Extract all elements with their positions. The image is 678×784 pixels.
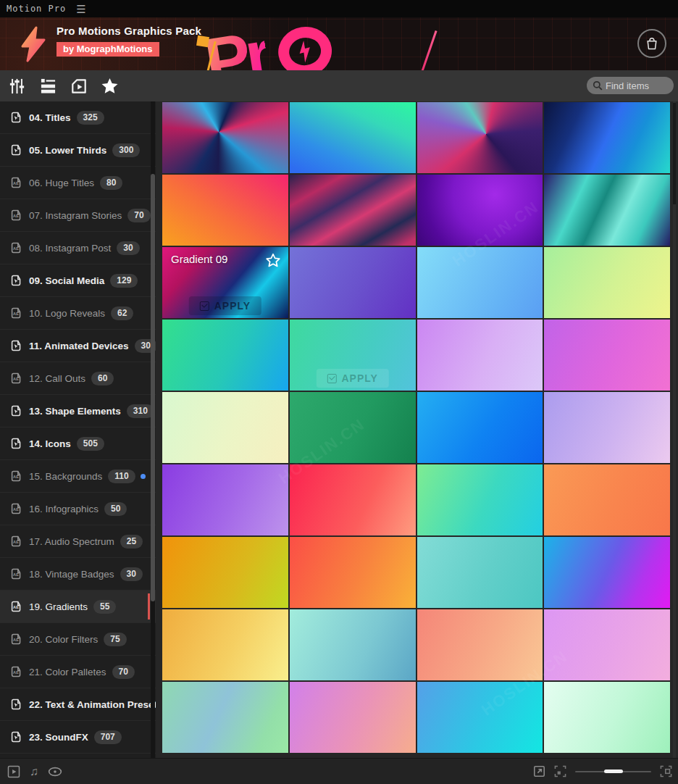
item-count-badge: 129 [110, 274, 138, 288]
gradient-tile[interactable] [417, 392, 543, 463]
list-view-icon[interactable] [39, 78, 57, 94]
sidebar-item-09-social-media[interactable]: 09. Social Media129 [0, 264, 156, 297]
sidebar-scrollbar-thumb[interactable] [151, 174, 155, 601]
sidebar-item-04-titles[interactable]: 04. Titles325 [0, 101, 156, 134]
gradient-tile[interactable] [544, 247, 670, 318]
folder-page-icon [9, 111, 22, 124]
apply-button[interactable]: APPLY [316, 369, 388, 388]
gradient-tile[interactable] [417, 102, 543, 173]
hover-preview-icon[interactable] [48, 767, 62, 777]
sidebar-item-label: 04. Titles [29, 112, 71, 123]
svg-text:AE: AE [13, 507, 19, 512]
gradient-tile[interactable] [544, 175, 670, 246]
audio-preview-icon[interactable]: ♫ [30, 766, 38, 777]
item-count-badge: 62 [111, 306, 133, 320]
gradient-tile[interactable] [290, 247, 416, 318]
favorite-star-icon[interactable] [265, 253, 281, 271]
open-external-icon[interactable] [533, 765, 545, 777]
folder-page-icon [9, 143, 22, 157]
gradient-tile[interactable] [162, 537, 288, 608]
sidebar-item-23-soundfx[interactable]: 23. SoundFX707 [0, 721, 156, 754]
grid-scrollbar-thumb[interactable] [673, 103, 676, 204]
ae-file-icon: AE [9, 633, 22, 646]
ae-file-icon: AE [9, 567, 22, 580]
gradient-tile[interactable] [417, 609, 543, 680]
gradient-tile[interactable] [162, 175, 288, 246]
svg-text:AE: AE [13, 670, 19, 675]
sidebar-item-17-audio-spectrum[interactable]: AE17. Audio Spectrum25 [0, 525, 156, 558]
fit-view-icon[interactable] [554, 765, 566, 777]
sidebar-item-14-icons[interactable]: 14. Icons505 [0, 428, 156, 460]
gradient-tile[interactable] [544, 464, 670, 535]
svg-text:AE: AE [13, 540, 19, 544]
gradient-tile[interactable] [290, 175, 416, 246]
sidebar-item-13-shape-elements[interactable]: 13. Shape Elements310 [0, 395, 156, 428]
sidebar-item-12-call-outs[interactable]: AE12. Call Outs60 [0, 362, 156, 395]
gradient-tile[interactable] [544, 102, 670, 173]
window-title: Motion Pro [7, 4, 66, 14]
sidebar-item-label: 07. Instagram Stories [29, 210, 122, 221]
gradient-tile[interactable] [417, 320, 543, 391]
gradient-tile[interactable] [417, 175, 543, 246]
svg-text:AE: AE [13, 181, 19, 185]
thumbnail-zoom-slider[interactable] [575, 771, 651, 772]
gradient-tile[interactable] [290, 102, 416, 173]
gradient-tile[interactable] [162, 609, 288, 680]
gradient-tile[interactable] [290, 464, 416, 535]
author-badge: by MographMotions [56, 42, 159, 57]
play-preview-icon[interactable] [7, 765, 20, 778]
gradient-tile[interactable] [290, 609, 416, 680]
ae-file-icon: AE [9, 470, 22, 483]
sliders-filter-icon[interactable] [9, 78, 25, 94]
gradient-tile[interactable] [290, 537, 416, 608]
gradient-tile[interactable] [417, 247, 543, 318]
gradient-tile[interactable] [544, 609, 670, 680]
sidebar-item-07-instagram-stories[interactable]: AE07. Instagram Stories70 [0, 199, 156, 232]
sidebar-item-18-vintage-badges[interactable]: AE18. Vintage Badges30 [0, 558, 156, 591]
zoom-slider-thumb[interactable] [604, 770, 623, 773]
sidebar-item-21-color-palletes[interactable]: AE21. Color Palletes70 [0, 656, 156, 688]
gradient-tile[interactable] [162, 102, 288, 173]
gradient-tile[interactable] [162, 392, 288, 463]
sidebar-item-16-infographics[interactable]: AE16. Infographics50 [0, 493, 156, 525]
sidebar-item-08-instagram-post[interactable]: AE08. Instagram Post30 [0, 232, 156, 264]
favorites-star-icon[interactable] [101, 78, 119, 95]
sidebar-item-19-gradients[interactable]: AE19. Gradients55 [0, 591, 156, 623]
gradient-tile[interactable] [290, 682, 416, 753]
gradient-tile[interactable] [162, 464, 288, 535]
folder-page-icon [9, 437, 22, 450]
sidebar-item-label: 10. Logo Reveals [29, 308, 105, 319]
sidebar-item-10-logo-reveals[interactable]: AE10. Logo Reveals62 [0, 297, 156, 330]
gradient-tile-hovered[interactable]: Gradient 09APPLY [162, 247, 288, 318]
gradient-tile[interactable] [544, 537, 670, 608]
gradient-tile[interactable] [417, 537, 543, 608]
gradient-tile[interactable] [544, 320, 670, 391]
store-button[interactable] [637, 29, 666, 58]
gradient-tile[interactable] [162, 320, 288, 391]
apply-label: APPLY [214, 300, 251, 312]
gradient-tile[interactable] [544, 682, 670, 753]
template-video-icon[interactable] [71, 78, 87, 94]
footer-bar: ♫ [0, 758, 678, 784]
gradient-tile[interactable] [544, 392, 670, 463]
sidebar-scrollbar[interactable] [151, 101, 155, 758]
apply-button[interactable]: APPLY [189, 296, 261, 315]
gradient-tile[interactable]: APPLY [290, 320, 416, 391]
sidebar-item-22-text-animation-presets[interactable]: 22. Text & Animation Presets [0, 688, 156, 721]
gradient-tile[interactable] [162, 682, 288, 753]
sidebar-item-05-lower-thirds[interactable]: 05. Lower Thirds300 [0, 134, 156, 167]
grid-size-icon[interactable] [660, 765, 672, 777]
sidebar-item-label: 16. Infographics [29, 504, 99, 514]
sidebar-item-15-backgrounds[interactable]: AE15. Backgrounds110 [0, 460, 156, 493]
item-count-badge: 75 [104, 633, 126, 646]
sidebar-item-06-huge-titles[interactable]: AE06. Huge Titles80 [0, 167, 156, 199]
grid-scrollbar[interactable] [673, 101, 676, 758]
gradient-tile[interactable] [417, 464, 543, 535]
gradient-tile[interactable] [417, 682, 543, 753]
sidebar-item-label: 19. Gradients [29, 601, 88, 612]
item-count-badge: 505 [77, 437, 104, 451]
sidebar-item-20-color-filters[interactable]: AE20. Color Filters75 [0, 623, 156, 656]
gradient-tile[interactable] [290, 392, 416, 463]
sidebar-item-11-animated-devices[interactable]: 11. Animated Devices30 [0, 330, 156, 362]
hamburger-menu-icon[interactable]: ☰ [76, 4, 85, 14]
